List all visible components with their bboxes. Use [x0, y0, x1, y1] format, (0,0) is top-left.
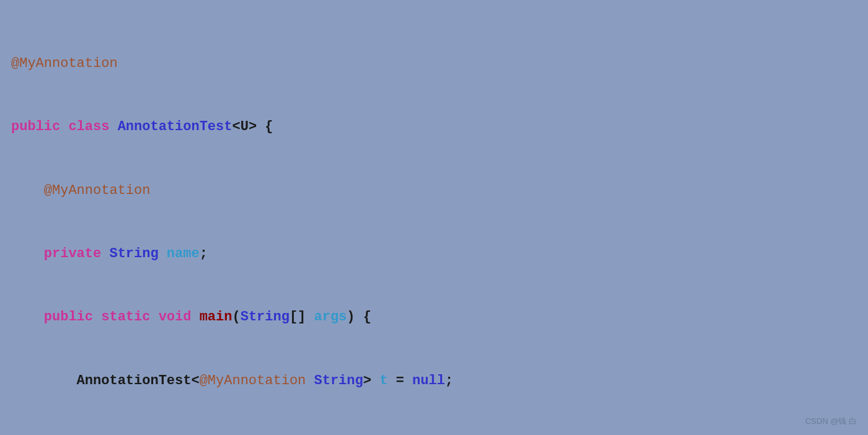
line-6: AnnotationTest<@MyAnnotation String> t =…: [11, 371, 853, 392]
line-4: private String name;: [11, 244, 853, 265]
line-3: @MyAnnotation: [11, 180, 853, 201]
code-block: @MyAnnotation public class AnnotationTes…: [11, 11, 853, 435]
code-container: @MyAnnotation public class AnnotationTes…: [0, 0, 868, 435]
line-5: public static void main(String[] args) {: [11, 307, 853, 328]
watermark: CSDN @钱 白: [805, 415, 857, 428]
line-1: @MyAnnotation: [11, 53, 853, 74]
line-2: public class AnnotationTest<U> {: [11, 116, 853, 138]
